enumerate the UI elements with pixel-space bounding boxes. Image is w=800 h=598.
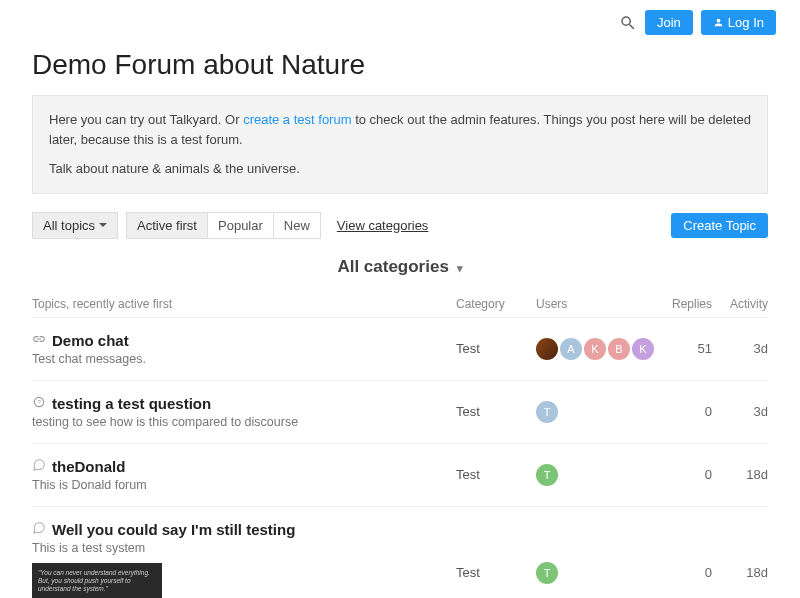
link-icon [32, 332, 46, 349]
topic-activity: 18d [712, 565, 768, 580]
topic-activity: 3d [712, 341, 768, 356]
avatar[interactable]: T [536, 464, 558, 486]
all-categories-dropdown[interactable]: All categories ▾ [32, 257, 768, 277]
sort-popular[interactable]: Popular [208, 213, 274, 238]
caret-down-icon: ▾ [457, 262, 463, 274]
question-icon: ? [32, 395, 46, 412]
topic-row[interactable]: Demo chatTest chat messages.TestAKBK513d [32, 318, 768, 381]
topic-excerpt: This is a test system [32, 541, 446, 555]
topic-main: theDonaldThis is Donald forum [32, 458, 456, 492]
topic-users: T [536, 562, 656, 584]
topic-excerpt: This is Donald forum [32, 478, 446, 492]
avatar[interactable]: T [536, 562, 558, 584]
topic-excerpt: Test chat messages. [32, 352, 446, 366]
avatar[interactable] [536, 338, 558, 360]
topic-main: ?testing a test questiontesting to see h… [32, 395, 456, 429]
table-head: Topics, recently active first Category U… [32, 291, 768, 318]
topic-thumbnail[interactable]: "You can never understand everything. Bu… [32, 563, 162, 599]
topic-row[interactable]: theDonaldThis is Donald forumTestT018d [32, 444, 768, 507]
topic-main: Well you could say I'm still testingThis… [32, 521, 456, 599]
topic-users: T [536, 464, 656, 486]
topic-activity: 3d [712, 404, 768, 419]
topic-replies: 51 [656, 341, 712, 356]
avatar[interactable]: T [536, 401, 558, 423]
topic-category[interactable]: Test [456, 341, 536, 356]
topic-row[interactable]: ?testing a test questiontesting to see h… [32, 381, 768, 444]
topic-replies: 0 [656, 565, 712, 580]
topic-users: T [536, 401, 656, 423]
search-icon[interactable] [619, 14, 637, 32]
sort-new[interactable]: New [274, 213, 320, 238]
topic-title[interactable]: theDonald [52, 458, 125, 475]
create-test-forum-link[interactable]: create a test forum [243, 112, 351, 127]
col-header-category: Category [456, 297, 536, 311]
topic-excerpt: testing to see how is this compared to d… [32, 415, 446, 429]
col-header-replies: Replies [656, 297, 712, 311]
chat-icon [32, 521, 46, 538]
page-title: Demo Forum about Nature [32, 49, 768, 81]
topic-activity: 18d [712, 467, 768, 482]
topic-title[interactable]: Well you could say I'm still testing [52, 521, 295, 538]
thumbnail-quote: "You can never understand everything. Bu… [38, 569, 156, 594]
avatar[interactable]: K [632, 338, 654, 360]
intro-text-a: Here you can try out Talkyard. Or [49, 112, 243, 127]
col-header-users: Users [536, 297, 656, 311]
all-topics-label: All topics [43, 218, 95, 233]
avatar[interactable]: K [584, 338, 606, 360]
avatar[interactable]: A [560, 338, 582, 360]
topic-category[interactable]: Test [456, 404, 536, 419]
topic-main: Demo chatTest chat messages. [32, 332, 456, 366]
view-categories-link[interactable]: View categories [337, 218, 429, 233]
sort-active-first[interactable]: Active first [127, 213, 208, 238]
intro-text-2: Talk about nature & animals & the univer… [49, 159, 751, 179]
topic-category[interactable]: Test [456, 467, 536, 482]
topic-category[interactable]: Test [456, 565, 536, 580]
topic-users: AKBK [536, 338, 656, 360]
join-button[interactable]: Join [645, 10, 693, 35]
col-header-topic: Topics, recently active first [32, 297, 456, 311]
create-topic-button[interactable]: Create Topic [671, 213, 768, 238]
avatar[interactable]: B [608, 338, 630, 360]
sort-tabs: Active first Popular New [126, 212, 321, 239]
svg-text:?: ? [37, 399, 41, 405]
user-icon [713, 17, 724, 28]
intro-box: Here you can try out Talkyard. Or create… [32, 95, 768, 194]
topic-replies: 0 [656, 467, 712, 482]
topic-replies: 0 [656, 404, 712, 419]
topic-title[interactable]: Demo chat [52, 332, 129, 349]
login-label: Log In [728, 15, 764, 30]
topic-row[interactable]: Well you could say I'm still testingThis… [32, 507, 768, 599]
caret-down-icon [99, 223, 107, 227]
col-header-activity: Activity [712, 297, 768, 311]
all-topics-dropdown[interactable]: All topics [32, 212, 118, 239]
all-categories-label: All categories [337, 257, 449, 276]
topic-title[interactable]: testing a test question [52, 395, 211, 412]
login-button[interactable]: Log In [701, 10, 776, 35]
chat-icon [32, 458, 46, 475]
